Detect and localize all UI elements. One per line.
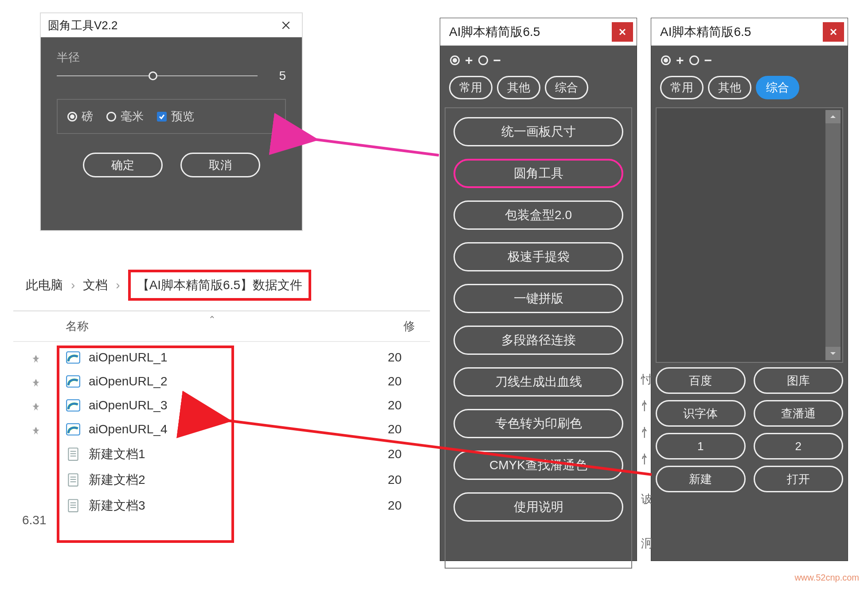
dialog-title: 圆角工具V2.2 [48,18,118,33]
tool-die-bleed[interactable]: 刀线生成出血线 [454,367,623,397]
list-item[interactable]: aiOpenURL_2 20 [13,369,430,393]
unit-pound-radio[interactable]: 磅 [67,109,93,124]
file-name: aiOpenURL_1 [89,350,167,365]
dialog-titlebar: 圆角工具V2.2 [41,13,302,37]
pin-icon[interactable] [31,401,41,410]
radius-slider-row: 5 [57,69,286,83]
tool-readme[interactable]: 使用说明 [454,492,623,522]
file-name: 新建文档3 [89,497,145,514]
crumb-data-folder[interactable]: 【AI脚本精简版6.5】数据文件 [128,270,311,301]
file-list: 6.31 aiOpenURL_1 20 aiOpenURL_2 20 aiOpe… [13,346,430,518]
tool-one-click-layout[interactable]: 一键拼版 [454,284,623,313]
edge-file-icon [66,398,81,413]
list-item[interactable]: aiOpenURL_1 20 [13,346,430,369]
link-gallery[interactable]: 图库 [754,367,844,394]
file-mod: 20 [388,499,402,513]
link-pantone[interactable]: 查潘通 [754,400,844,427]
file-mod: 20 [388,422,402,436]
scrollbar[interactable] [825,110,841,360]
tool-unify-artboard[interactable]: 统一画板尺寸 [454,117,623,146]
edge-file-icon [66,422,81,437]
file-name: 新建文档2 [89,471,145,488]
file-name: aiOpenURL_3 [89,398,167,412]
dialog-body: 半径 5 磅 毫米 预览 确定 [41,37,302,177]
tool-fast-bag[interactable]: 极速手提袋 [454,242,623,271]
tool-round-corner[interactable]: 圆角工具 [454,159,623,188]
text-file-icon [66,498,81,513]
list-item[interactable]: aiOpenURL_3 20 [13,393,430,417]
pin-icon[interactable] [31,424,41,434]
file-name: aiOpenURL_4 [89,422,167,436]
crumb-documents[interactable]: 文档 [83,277,108,294]
crumb-this-pc[interactable]: 此电脑 [26,277,63,294]
link-baidu[interactable]: 百度 [656,367,746,394]
zoom-minus-radio[interactable] [689,55,699,65]
tab-other[interactable]: 其他 [497,76,540,99]
list-item[interactable]: 新建文档2 20 [13,467,430,493]
radio-on-icon [67,112,77,122]
chevron-right-icon: › [116,278,120,292]
tab-other[interactable]: 其他 [708,76,751,99]
tool-multi-path-join[interactable]: 多段路径连接 [454,326,623,355]
zoom-plus-radio[interactable] [450,55,460,65]
col-modified[interactable]: 修 [403,318,430,334]
unit-mm-radio[interactable]: 毫米 [106,109,144,124]
close-icon[interactable] [612,22,633,42]
file-mod: 20 [388,350,402,365]
plus-icon: + [676,53,684,68]
close-icon[interactable] [277,16,295,34]
tool-spot-to-process[interactable]: 专色转为印刷色 [454,409,623,438]
radius-label: 半径 [57,50,286,65]
link-slot-2[interactable]: 2 [754,433,844,459]
watermark: www.52cnp.com [794,573,859,583]
tab-common[interactable]: 常用 [449,76,493,99]
list-item[interactable]: 新建文档3 20 [13,493,430,518]
text-fragment: 泂 [641,536,653,551]
panel-titlebar: AI脚本精简版6.5 [440,18,637,46]
file-mod: 20 [388,473,402,487]
tab-comprehensive[interactable]: 综合 [545,76,588,99]
zoom-minus-radio[interactable] [478,55,488,65]
scroll-up-icon[interactable] [825,110,841,123]
link-open[interactable]: 打开 [754,466,844,492]
annotation-arrow-pink [306,129,443,164]
pin-icon[interactable] [31,377,41,386]
preview-checkbox[interactable]: 预览 [157,109,194,124]
quick-link-grid: 百度 图库 识字体 查潘通 1 2 新建 打开 [656,367,843,492]
ok-button[interactable]: 确定 [83,153,163,177]
tool-cmyk-pantone[interactable]: CMYK查找潘通色 [454,451,623,480]
slider-thumb-icon[interactable] [149,71,157,80]
text-fragment: 忄 [641,398,653,414]
close-icon[interactable] [823,22,844,42]
col-name[interactable]: 名称 [66,318,403,334]
pin-icon[interactable] [31,353,41,362]
list-item[interactable]: 新建文档1 20 [13,441,430,467]
unit-pound-label: 磅 [82,109,93,124]
script-panel-secondary: AI脚本精简版6.5 + − 常用 其他 综合 百度 图库 识字体 查潘通 1 … [651,18,848,561]
sort-asc-icon[interactable]: ⌃ [208,314,216,325]
dialog-buttons: 确定 取消 [57,153,286,177]
checkbox-on-icon [157,112,167,122]
text-fragment: 诐 [641,491,653,507]
tab-common[interactable]: 常用 [660,76,704,99]
link-new[interactable]: 新建 [656,466,746,492]
empty-list [656,107,843,363]
chevron-right-icon: › [71,278,75,292]
list-item[interactable]: aiOpenURL_4 20 [13,417,430,441]
cancel-button[interactable]: 取消 [180,153,260,177]
tab-comprehensive[interactable]: 综合 [756,76,799,99]
file-name: 新建文档1 [89,446,145,463]
scroll-down-icon[interactable] [825,347,841,360]
tool-package-box[interactable]: 包装盒型2.0 [454,200,623,230]
panel-title: AI脚本精简版6.5 [660,24,751,40]
link-font-id[interactable]: 识字体 [656,400,746,427]
file-explorer: 此电脑 › 文档 › 【AI脚本精简版6.5】数据文件 ⌃ 名称 修 6.31 … [13,262,430,518]
file-mod: 20 [388,374,402,389]
script-panel-main: AI脚本精简版6.5 + − 常用 其他 综合 统一画板尺寸 圆角工具 包装盒型… [440,18,637,561]
link-slot-1[interactable]: 1 [656,433,746,459]
text-file-icon [66,472,81,487]
zoom-plus-radio[interactable] [661,55,671,65]
radius-slider[interactable] [57,71,258,80]
zoom-row: + − [651,46,848,72]
unit-mm-label: 毫米 [121,109,144,124]
